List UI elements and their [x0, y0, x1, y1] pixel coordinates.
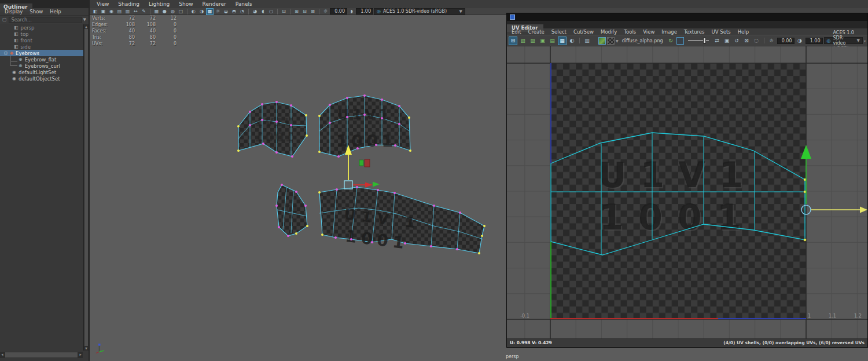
camera-attributes-icon[interactable]: ◉: [108, 8, 115, 15]
exposure-field[interactable]: 0.00: [777, 38, 795, 44]
menu-renderer[interactable]: Renderer: [198, 1, 231, 7]
menu-view[interactable]: View: [639, 29, 658, 35]
uv-editor-titlebar[interactable]: [507, 13, 867, 21]
uv-transform-icon[interactable]: ⇄: [713, 37, 722, 45]
menu-edit[interactable]: Edit: [508, 29, 524, 35]
shadows-icon[interactable]: ◒: [222, 8, 230, 15]
exposure-field[interactable]: 0.00: [330, 8, 347, 14]
resolution-gate-icon[interactable]: ⊟: [301, 8, 308, 15]
scroll-up-icon[interactable]: ▲: [84, 25, 89, 28]
bounding-box-display-icon[interactable]: □: [177, 8, 185, 15]
menu-lighting[interactable]: Lighting: [144, 1, 174, 7]
manipulator-plane-handle-green[interactable]: [359, 160, 363, 166]
depth-of-field-icon[interactable]: ◖: [259, 8, 267, 15]
isolate-select-icon[interactable]: ⊡: [280, 8, 288, 15]
delete-uvs-icon[interactable]: ⊠: [742, 37, 751, 45]
gate-mask-icon[interactable]: ⊠: [309, 8, 317, 15]
menu-show[interactable]: Show: [174, 1, 197, 7]
manipulator-z-axis[interactable]: [373, 182, 380, 187]
uv-snapshot-icon[interactable]: ▣: [723, 37, 731, 45]
multisample-aa-icon[interactable]: ◕: [251, 8, 259, 15]
scroll-right-icon[interactable]: ▸: [79, 352, 82, 357]
uv-distortion-icon[interactable]: ▨: [528, 37, 537, 45]
refresh-textures-icon[interactable]: ↻: [667, 37, 675, 45]
use-all-lights-icon[interactable]: ☼: [214, 8, 222, 15]
menu-uv-sets[interactable]: UV Sets: [708, 29, 734, 35]
tile-grid-icon[interactable]: ▦: [558, 37, 567, 45]
dim-image-icon[interactable]: ◐: [568, 37, 576, 45]
bookmark-view-icon[interactable]: ▤: [116, 8, 123, 15]
motion-blur-icon[interactable]: ◔: [238, 8, 246, 15]
collapse-icon[interactable]: ⊟: [4, 51, 8, 56]
colorspace-dropdown[interactable]: ◎ ACES 1.0 SDR-video (sRGB) ▼: [374, 8, 465, 15]
menu-create[interactable]: Create: [524, 29, 547, 35]
exposure-icon[interactable]: ☼: [322, 8, 329, 15]
contrast-icon[interactable]: ◑: [796, 37, 804, 45]
gamma-field[interactable]: 1.00: [356, 8, 373, 14]
manipulator-center-handle[interactable]: [344, 181, 352, 189]
outliner-item-defaultlightset[interactable]: ◉defaultLightSet: [0, 69, 83, 75]
scrollbar-thumb[interactable]: [84, 29, 88, 346]
gamma-icon[interactable]: ◗: [348, 8, 355, 15]
slider-knob[interactable]: [703, 38, 706, 43]
image-plane-icon[interactable]: ▥: [124, 8, 131, 15]
search-input[interactable]: Search...: [9, 17, 82, 23]
outliner-item-side[interactable]: ◧side: [0, 43, 83, 50]
occlusion-icon[interactable]: ◓: [230, 8, 238, 15]
image-display-swatch[interactable]: [676, 37, 684, 45]
menu-textures[interactable]: Textures: [681, 29, 708, 35]
display-image-icon[interactable]: ▥: [583, 37, 591, 45]
lock-camera-icon[interactable]: ▣: [100, 8, 107, 15]
menu-view[interactable]: View: [92, 1, 113, 7]
shaded-display-icon[interactable]: ◑: [198, 8, 205, 15]
selection-box-icon[interactable]: ▢: [2, 17, 7, 23]
scroll-left-icon[interactable]: ◂: [1, 352, 3, 357]
outliner-item-eyebrows_curl[interactable]: ⊕Eyebrows_curl: [0, 63, 83, 69]
outliner-horizontal-scrollbar[interactable]: ◂ ▸: [0, 352, 83, 358]
menu-help[interactable]: Help: [734, 29, 752, 35]
menu-shading[interactable]: Shading: [113, 1, 144, 7]
mesh-eyebrow-bottom-right[interactable]: U1V 1 1001: [318, 186, 486, 254]
mesh-eyebrow-side[interactable]: 10: [275, 184, 308, 237]
outliner-item-top[interactable]: ◧top: [0, 31, 83, 37]
uv-grid-snap-icon[interactable]: ⊞: [509, 37, 517, 45]
checker-small-icon[interactable]: ▣: [538, 37, 547, 45]
menu-show[interactable]: Show: [26, 9, 46, 14]
exposure-icon[interactable]: ☼: [767, 37, 776, 45]
menu-cut-sew[interactable]: Cut/Sew: [570, 29, 597, 35]
xray-display-icon[interactable]: ○: [267, 8, 275, 15]
menu-display[interactable]: Display: [1, 9, 26, 14]
manipulator-x-axis[interactable]: [365, 183, 373, 188]
grease-pencil-icon[interactable]: ✎: [140, 8, 148, 15]
mesh-eyebrow-top-right[interactable]: U1V1 1001: [318, 94, 411, 158]
shell-border-icon[interactable]: ◌: [752, 37, 761, 45]
outliner-item-front[interactable]: ◧front: [0, 37, 83, 43]
checker-large-icon[interactable]: ▤: [548, 37, 557, 45]
select-camera-icon[interactable]: ◧: [91, 8, 99, 15]
image-dim-slider[interactable]: [688, 40, 709, 41]
colorspace-dropdown[interactable]: ◎ ACES 1.0 SDR-video (sRGB) ▼: [824, 37, 863, 44]
outliner-vertical-scrollbar[interactable]: ▲ ▼: [83, 24, 89, 351]
uv-editor-canvas[interactable]: U1V1 U1V1 1001 1001: [507, 46, 867, 339]
panel-chevron-icon[interactable]: ▾: [864, 39, 866, 43]
uv-lasso-icon[interactable]: ↺: [733, 37, 741, 45]
use-default-material-icon[interactable]: ◐: [190, 8, 197, 15]
texture-caret-icon[interactable]: ▼: [616, 39, 619, 43]
mesh-eyebrow-top-left[interactable]: U1V1 1001: [237, 101, 308, 158]
scrollbar-thumb[interactable]: [5, 352, 78, 358]
menu-panels[interactable]: Panels: [231, 1, 257, 7]
outliner-item-defaultobjectset[interactable]: ◉defaultObjectSet: [0, 75, 83, 82]
smooth-shade-icon[interactable]: ●: [161, 8, 168, 15]
outliner-item-persp[interactable]: ◧persp: [0, 24, 83, 31]
manipulator-plane-handle-red[interactable]: [365, 159, 370, 167]
flat-shade-icon[interactable]: ◍: [169, 8, 176, 15]
menu-modify[interactable]: Modify: [597, 29, 620, 35]
menu-image[interactable]: Image: [658, 29, 681, 35]
search-filter-caret-icon[interactable]: ▼: [83, 17, 86, 22]
shade-uvs-icon[interactable]: ▧: [518, 37, 527, 45]
textured-display-icon[interactable]: ▩: [206, 8, 214, 15]
two-d-pan-zoom-icon[interactable]: ↔: [132, 8, 139, 15]
move-manipulator[interactable]: [344, 145, 380, 189]
menu-help[interactable]: Help: [46, 9, 64, 14]
wireframe-display-icon[interactable]: ▦: [153, 8, 160, 15]
